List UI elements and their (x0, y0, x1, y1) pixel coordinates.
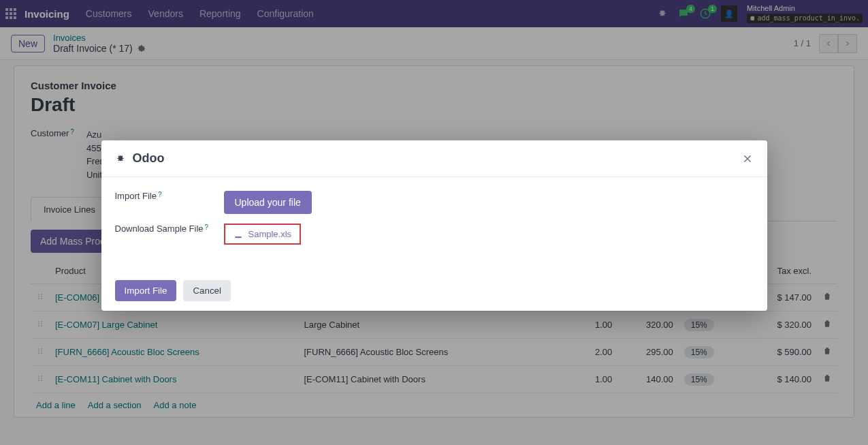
upload-file-button[interactable]: Upload your file (224, 191, 312, 214)
import-modal: Odoo Import File ? Upload your file Down… (101, 140, 767, 311)
modal-debug-icon[interactable] (115, 153, 126, 164)
modal-overlay[interactable]: Odoo Import File ? Upload your file Down… (0, 0, 868, 445)
help-icon[interactable]: ? (205, 224, 209, 231)
sample-download-highlight: Sample.xls (224, 224, 302, 245)
cancel-button[interactable]: Cancel (183, 280, 231, 301)
download-sample-label: Download Sample File (115, 224, 204, 234)
download-icon (234, 230, 243, 239)
help-icon[interactable]: ? (158, 191, 162, 198)
sample-link[interactable]: Sample.xls (248, 229, 292, 239)
import-file-label: Import File (115, 191, 157, 201)
modal-title: Odoo (133, 151, 165, 166)
import-file-button[interactable]: Import File (115, 280, 177, 301)
close-icon[interactable] (741, 153, 754, 165)
